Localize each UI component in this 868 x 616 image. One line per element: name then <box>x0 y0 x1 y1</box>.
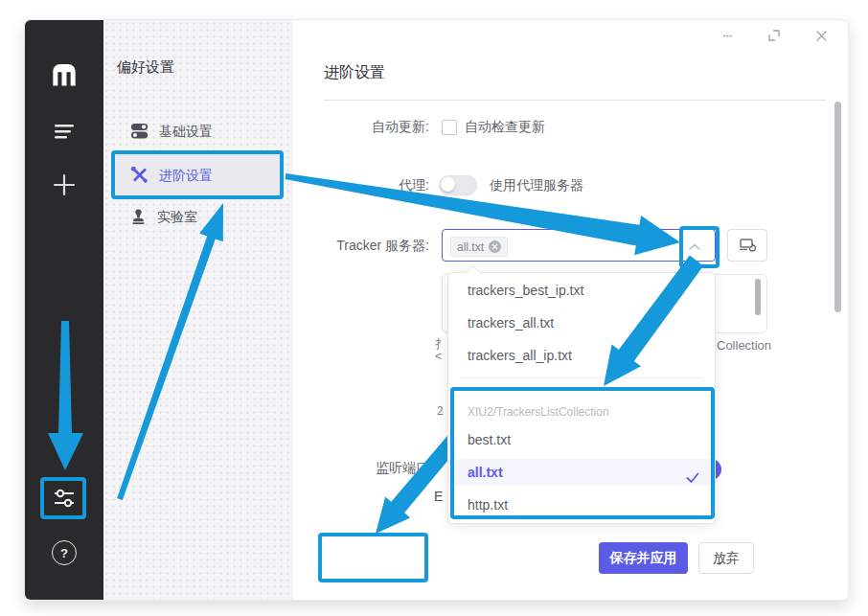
dropdown-item[interactable]: http.txt <box>448 489 715 521</box>
nav-title: 偏好设置 <box>117 58 174 77</box>
tracker-source-select[interactable]: all.txt <box>442 229 716 262</box>
auto-update-checkbox[interactable] <box>442 120 457 135</box>
auto-update-label: 自动更新: <box>312 117 429 136</box>
dropdown-item[interactable]: trackers_all_ip.txt <box>448 339 715 372</box>
textarea-scrollbar[interactable] <box>755 279 761 315</box>
app-sidebar: ? <box>25 20 103 600</box>
nav-item-lab[interactable]: 实验室 <box>113 198 282 237</box>
nav-item-label: 基础设置 <box>159 124 213 141</box>
settings-main-area: 进阶设置 自动更新: 自动检查更新 代理: 使用代理服务器 Tracker 服务… <box>293 20 848 600</box>
motrix-logo-icon <box>25 58 103 89</box>
interval-fragment: 2 <box>437 404 444 418</box>
preferences-nav-panel: 偏好设置 基础设置 <box>103 20 293 600</box>
dropdown-item[interactable]: trackers_best_ip.txt <box>448 274 715 307</box>
selected-tracker-tag: all.txt <box>450 237 508 257</box>
nav-item-advanced-settings[interactable]: 进阶设置 <box>113 154 282 197</box>
description-fragment-right: Collection <box>717 338 771 353</box>
proxy-switch-label: 使用代理服务器 <box>490 175 583 194</box>
nav-item-label: 进阶设置 <box>159 168 213 185</box>
preferences-icon[interactable] <box>25 485 103 512</box>
save-and-apply-button[interactable]: 保存并应用 <box>599 542 688 574</box>
dropdown-group-label: XIU2/TrackersListCollection <box>468 401 609 422</box>
description-fragment-left-2: < <box>435 350 442 363</box>
switch-knob <box>441 177 455 192</box>
chevron-up-icon[interactable] <box>688 240 701 257</box>
nav-item-label: 实验室 <box>157 209 197 226</box>
sync-trackers-button[interactable] <box>727 229 767 262</box>
tag-label: all.txt <box>457 240 484 254</box>
letter-fragment: E <box>434 489 443 504</box>
dropdown-item-selected[interactable]: all.txt <box>448 459 715 486</box>
tag-remove-icon[interactable] <box>489 240 501 253</box>
help-glyph: ? <box>60 546 68 560</box>
minimize-button[interactable] <box>720 28 736 43</box>
stamp-icon <box>130 208 147 228</box>
tracker-label: Tracker 服务器: <box>312 236 429 255</box>
tracker-source-dropdown: trackers_best_ip.txt trackers_all.txt tr… <box>447 272 716 524</box>
proxy-switch[interactable] <box>439 175 477 195</box>
dropdown-item[interactable]: best.txt <box>448 423 715 456</box>
page-title: 进阶设置 <box>324 63 385 83</box>
toggles-icon <box>130 122 148 143</box>
listen-port-label: 监听端口 <box>312 458 429 477</box>
add-task-icon[interactable] <box>25 171 103 198</box>
main-scrollbar[interactable] <box>834 102 841 312</box>
auto-update-checkbox-label[interactable]: 自动检查更新 <box>465 117 545 136</box>
title-divider <box>324 100 826 101</box>
dropdown-divider <box>460 377 703 378</box>
tools-icon <box>130 166 148 187</box>
maximize-button[interactable] <box>766 28 782 43</box>
discard-button[interactable]: 放弃 <box>698 542 754 574</box>
proxy-label: 代理: <box>312 175 429 194</box>
dropdown-item[interactable]: trackers_all.txt <box>448 307 715 339</box>
app-window: ? 偏好设置 基础设置 <box>24 19 849 601</box>
task-list-icon[interactable] <box>25 121 103 142</box>
close-button[interactable] <box>813 28 829 43</box>
screenshot-page: ? 偏好设置 基础设置 <box>0 0 868 616</box>
dropdown-item-label: all.txt <box>468 465 503 480</box>
nav-item-basic-settings[interactable]: 基础设置 <box>113 113 282 151</box>
help-icon[interactable]: ? <box>25 540 103 565</box>
